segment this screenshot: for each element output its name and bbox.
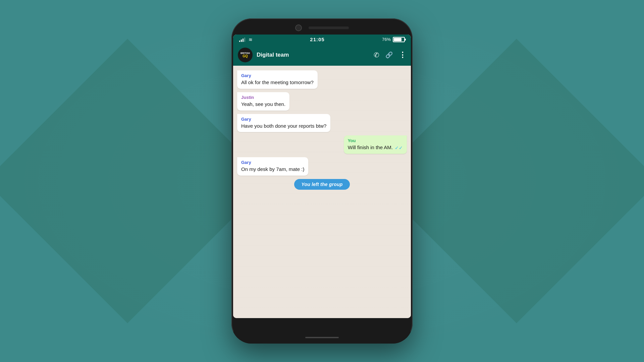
sender-you-1: You <box>348 138 403 143</box>
bubble-gary-2: Gary Have you both done your reports btw… <box>237 114 330 132</box>
message-text-gary-3: On my desk by 7am, mate :) <box>241 166 304 173</box>
chat-header[interactable]: BRITISH GQ Digital team ✆ 🔗 ⋮ <box>233 44 411 66</box>
group-avatar: BRITISH GQ <box>238 48 253 62</box>
signal-bar-2 <box>241 40 242 42</box>
signal-bar-1 <box>239 41 240 42</box>
call-icon[interactable]: ✆ <box>374 51 379 59</box>
signal-bar-3 <box>243 39 244 42</box>
message-text-gary-2: Have you both done your reports btw? <box>241 122 326 130</box>
message-gary-3: Gary On my desk by 7am, mate :) <box>237 157 308 176</box>
phone-screen: ≋ 21:05 76% BRITISH GQ Digital team ✆ � <box>233 35 411 318</box>
header-icons: ✆ 🔗 ⋮ <box>374 51 406 59</box>
video-call-icon[interactable]: 🔗 <box>385 51 393 59</box>
chat-area: Gary All ok for the meeting tomorrow? Ju… <box>233 66 411 318</box>
signal-bar-4 <box>244 38 245 42</box>
battery-percent: 76% <box>382 37 391 42</box>
status-bar: ≋ 21:05 76% <box>233 35 411 44</box>
brand-label-gq: GQ <box>243 55 248 58</box>
message-text-gary-1: All ok for the meeting tomorrow? <box>241 79 314 86</box>
status-right: 76% <box>382 37 405 42</box>
signal-bars <box>239 37 245 42</box>
home-indicator <box>305 337 339 338</box>
message-text-justin-1: Yeah, see you then. <box>241 101 285 108</box>
system-message-left-group: You left the group <box>294 179 350 190</box>
group-name: Digital team <box>257 52 370 58</box>
read-receipt-icon: ✓✓ <box>395 144 403 151</box>
status-time: 21:05 <box>310 37 324 42</box>
more-options-icon[interactable]: ⋮ <box>399 51 406 59</box>
wifi-icon: ≋ <box>249 37 253 42</box>
phone-frame: ≋ 21:05 76% BRITISH GQ Digital team ✆ � <box>231 18 413 344</box>
sender-gary-1: Gary <box>241 73 314 78</box>
sender-gary-2: Gary <box>241 117 326 122</box>
sender-justin-1: Justin <box>241 95 285 100</box>
status-left: ≋ <box>239 37 253 42</box>
battery-fill <box>394 38 401 41</box>
camera-lens <box>295 24 302 31</box>
sender-gary-3: Gary <box>241 160 304 165</box>
phone-top-bar <box>231 18 413 35</box>
bubble-justin-1: Justin Yeah, see you then. <box>237 92 289 111</box>
message-gary-1: Gary All ok for the meeting tomorrow? <box>237 70 318 89</box>
bubble-you-1: You Will finish in the AM. ✓✓ <box>344 135 407 154</box>
message-gary-2: Gary Have you both done your reports btw… <box>237 114 330 132</box>
battery-icon <box>393 37 405 42</box>
bubble-gary-1: Gary All ok for the meeting tomorrow? <box>237 70 318 89</box>
message-you-1: You Will finish in the AM. ✓✓ <box>344 135 407 154</box>
speaker-grille <box>309 26 349 29</box>
message-justin-1: Justin Yeah, see you then. <box>237 92 289 111</box>
message-text-you-1: Will finish in the AM. ✓✓ <box>348 144 403 151</box>
bubble-gary-3: Gary On my desk by 7am, mate :) <box>237 157 308 176</box>
phone-bottom <box>231 331 413 344</box>
